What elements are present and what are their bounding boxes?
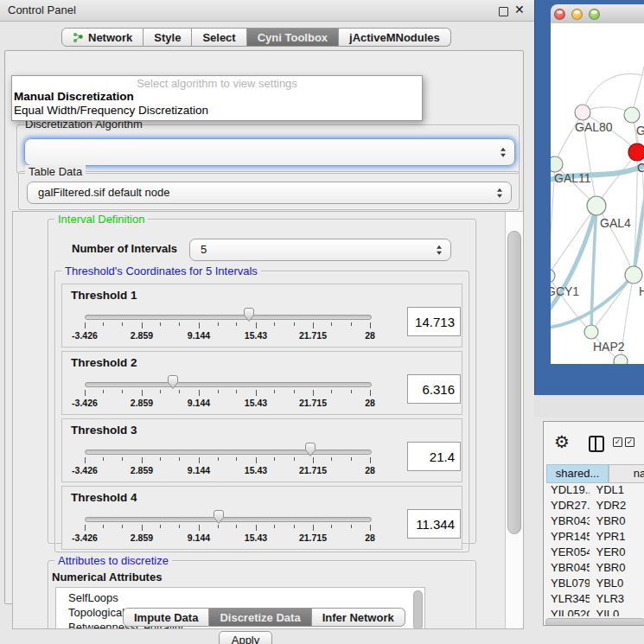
- settings-scrollbar-thumb[interactable]: [507, 231, 521, 534]
- threshold-slider-track[interactable]: [85, 517, 372, 522]
- threshold-panel: Threshold 4 -3.4262.8599.14415.4321.7152…: [61, 486, 462, 550]
- node-right-mid[interactable]: [625, 266, 642, 284]
- tab-cyni-toolbox[interactable]: Cyni Toolbox: [247, 28, 339, 47]
- threshold-value-field[interactable]: [407, 307, 461, 336]
- table-row[interactable]: YIL052CYIL0: [546, 608, 643, 616]
- node-label-c: C: [637, 161, 644, 175]
- threshold-value-field[interactable]: [407, 374, 461, 404]
- cyni-toolbox-panel: Discretization Algorithm Table Data galF…: [4, 50, 524, 604]
- node-upper-right[interactable]: [624, 107, 640, 123]
- minimize-traffic-light-icon[interactable]: [571, 9, 583, 20]
- settings-scrollbar[interactable]: [505, 212, 523, 628]
- node-bottom[interactable]: [614, 354, 628, 364]
- table-hscrollbar-thumb[interactable]: [545, 618, 644, 626]
- network-edge[interactable]: [583, 73, 644, 112]
- network-window-titlebar: [551, 4, 644, 24]
- threshold-label: Threshold 1: [71, 289, 137, 302]
- attributes-group-title: Attributes to discretize: [54, 554, 172, 567]
- table-data-combobox[interactable]: galFiltered.sif default node: [27, 182, 512, 204]
- threshold-slider-thumb[interactable]: [303, 442, 317, 457]
- number-of-intervals-label: Number of Intervals: [72, 242, 177, 255]
- table-data-group: Table Data galFiltered.sif default node: [18, 171, 520, 210]
- node-label-gal11: GAL11: [554, 171, 591, 185]
- node-label-ga: GA: [636, 124, 644, 137]
- table-row[interactable]: YDL19...YDL1: [546, 483, 643, 499]
- numerical-attributes-label: Numerical Attributes: [52, 571, 162, 583]
- network-window: GAL80GACGAL11GAL4GCY1HHAP2: [551, 4, 644, 364]
- close-icon[interactable]: ✕: [514, 3, 525, 16]
- threshold-panel: Threshold 2 -3.4262.8599.14415.4321.7152…: [61, 351, 462, 415]
- threshold-value-field[interactable]: [407, 509, 461, 539]
- threshold-slider-thumb[interactable]: [242, 307, 256, 322]
- network-icon: [73, 32, 84, 43]
- table-row[interactable]: YBL079WYBL0: [546, 577, 643, 592]
- node-gal11[interactable]: [551, 156, 563, 172]
- node-gcy1[interactable]: [551, 269, 555, 283]
- slider-tick-labels: -3.4262.8599.14415.4321.71528: [85, 465, 370, 475]
- node-label-gal80: GAL80: [575, 120, 613, 134]
- column-header-shared[interactable]: shared...: [546, 464, 609, 483]
- tab-impute-data[interactable]: Impute Data: [123, 608, 209, 627]
- column-header-name[interactable]: name: [609, 464, 644, 483]
- popup-item-equal-width-frequency-discretization[interactable]: Equal Width/Frequency Discretization: [12, 104, 422, 118]
- table-data-value: galFiltered.sif default node: [38, 182, 169, 203]
- table-data-group-title: Table Data: [25, 165, 86, 178]
- slider-tick-labels: -3.4262.8599.14415.4321.71528: [85, 330, 370, 341]
- checkbox-icon[interactable]: ✓: [613, 437, 622, 447]
- slider-tick-labels: -3.4262.8599.14415.4321.71528: [85, 398, 370, 408]
- apply-button[interactable]: Apply: [219, 631, 272, 644]
- table-row[interactable]: YBR045CYBR0: [546, 561, 643, 577]
- node-label-gal4: GAL4: [600, 216, 631, 230]
- algorithm-combobox[interactable]: [24, 138, 515, 166]
- table-row[interactable]: YER054CYER0: [546, 545, 643, 561]
- threshold-slider-thumb[interactable]: [166, 374, 180, 390]
- node-gal80[interactable]: [575, 105, 590, 120]
- node-gal4[interactable]: [587, 196, 606, 215]
- slider-ticks: [85, 322, 370, 329]
- threshold-slider-track[interactable]: [85, 450, 372, 455]
- table-rows: YDL19...YDL1 YDR27...YDR2 YBR043CYBR0 YP…: [546, 483, 643, 616]
- interval-definition-group: Interval Definition Number of Intervals …: [48, 219, 476, 544]
- threshold-slider-track[interactable]: [85, 382, 372, 387]
- settings-scroll-area: Interval Definition Number of Intervals …: [12, 211, 524, 629]
- tab-select[interactable]: Select: [192, 28, 246, 47]
- number-of-intervals-value: 5: [201, 239, 207, 260]
- algorithm-dropdown-popup: Select algorithm to view settings Manual…: [11, 75, 423, 121]
- tab-network[interactable]: Network: [61, 28, 143, 47]
- zoom-traffic-light-icon[interactable]: [589, 9, 600, 20]
- threshold-slider-track[interactable]: [85, 315, 372, 320]
- threshold-value-field[interactable]: [407, 442, 461, 471]
- slider-ticks: [85, 390, 370, 397]
- threshold-label: Threshold 3: [71, 424, 137, 437]
- table-row[interactable]: YDR27...YDR2: [546, 499, 643, 514]
- network-edge[interactable]: [596, 152, 637, 206]
- table-row[interactable]: YPR145WYPR1: [546, 530, 643, 545]
- checkbox-icon[interactable]: ✓: [625, 437, 634, 447]
- table-row[interactable]: YLR345WYLR3: [546, 592, 643, 608]
- list-scrollbar-thumb[interactable]: [413, 590, 423, 629]
- threshold-slider-thumb[interactable]: [212, 509, 226, 525]
- close-traffic-light-icon[interactable]: [554, 9, 565, 20]
- attribute-item-selfloops[interactable]: SelfLoops: [56, 590, 424, 605]
- node-hap2[interactable]: [584, 325, 598, 339]
- tab-jactivemnodules[interactable]: jActiveMNodules: [339, 28, 451, 47]
- combobox-arrows-icon: [501, 148, 506, 157]
- tab-style[interactable]: Style: [143, 28, 192, 47]
- window-float-icon[interactable]: [499, 7, 508, 16]
- tab-discretize-data[interactable]: Discretize Data: [209, 608, 311, 627]
- table-row[interactable]: YBR043CYBR0: [546, 514, 643, 530]
- node-red[interactable]: [628, 143, 644, 161]
- gear-icon[interactable]: ⚙: [554, 431, 570, 452]
- column-layout-icon[interactable]: [589, 436, 604, 452]
- node-label-hap2: HAP2: [593, 340, 625, 354]
- thresholds-group: Threshold's Coordinates for 5 Intervals …: [54, 271, 469, 552]
- bottom-tab-bar: Impute DataDiscretize DataInfer Network: [123, 608, 405, 627]
- network-canvas[interactable]: GAL80GACGAL11GAL4GCY1HHAP2: [551, 23, 644, 364]
- control-panel-titlebar: Control Panel ✕: [0, 0, 534, 22]
- threshold-label: Threshold 4: [71, 491, 137, 504]
- tab-infer-network[interactable]: Infer Network: [312, 608, 405, 627]
- slider-tick-labels: -3.4262.8599.14415.4321.71528: [85, 532, 370, 543]
- number-of-intervals-spinner[interactable]: 5: [189, 239, 451, 261]
- popup-item-manual-discretization[interactable]: Manual Discretization: [12, 90, 422, 104]
- popup-placeholder: Select algorithm to view settings: [12, 76, 422, 90]
